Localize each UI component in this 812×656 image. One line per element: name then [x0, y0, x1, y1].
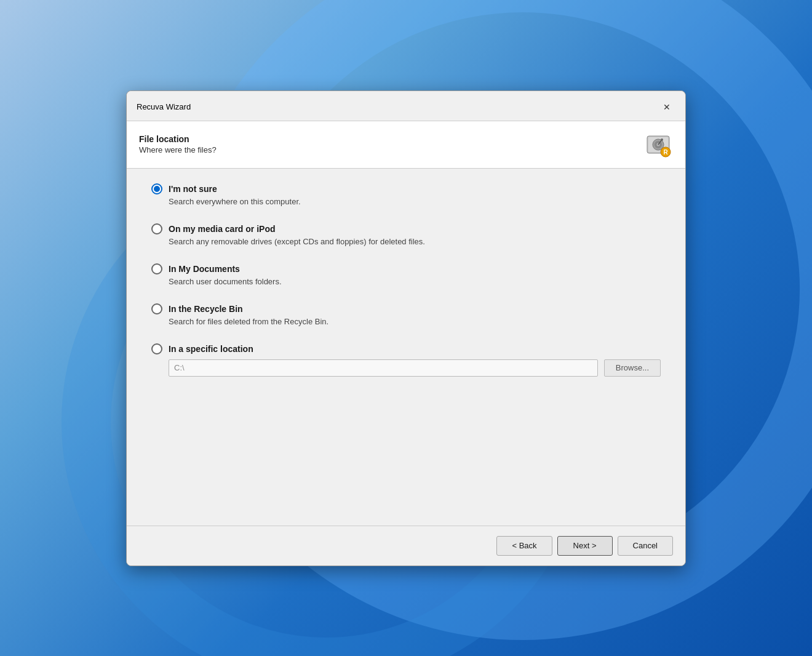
radio-specific-location-input[interactable] — [151, 343, 162, 354]
title-bar: Recuva Wizard ✕ — [127, 91, 685, 121]
radio-not-sure-input[interactable] — [151, 183, 162, 194]
svg-text:R: R — [663, 149, 668, 156]
dialog-footer: < Back Next > Cancel — [127, 526, 685, 566]
option-not-sure: I'm not sure Search everywhere on this c… — [151, 183, 661, 206]
location-input-row: Browse... — [169, 359, 661, 377]
option-my-documents-text: In My Documents — [169, 264, 240, 274]
recuva-icon: R — [643, 130, 673, 159]
radio-my-documents-input[interactable] — [151, 263, 162, 274]
radio-recycle-bin-input[interactable] — [151, 303, 162, 314]
option-media-card-text: On my media card or iPod — [169, 224, 276, 234]
next-button[interactable]: Next > — [557, 536, 613, 556]
option-my-documents-description: Search user documents folders. — [169, 277, 661, 286]
option-my-documents-label[interactable]: In My Documents — [151, 263, 661, 274]
dialog-header: File location Where were the files? R — [127, 121, 685, 169]
header-subtitle: Where were the files? — [139, 145, 217, 154]
radio-group: I'm not sure Search everywhere on this c… — [151, 183, 661, 394]
recuva-wizard-dialog: Recuva Wizard ✕ File location Where were… — [126, 90, 686, 566]
browse-button[interactable]: Browse... — [604, 359, 661, 377]
header-text-container: File location Where were the files? — [139, 134, 217, 154]
option-recycle-bin-label[interactable]: In the Recycle Bin — [151, 303, 661, 314]
back-button[interactable]: < Back — [496, 536, 552, 556]
option-my-documents: In My Documents Search user documents fo… — [151, 263, 661, 286]
option-not-sure-description: Search everywhere on this computer. — [169, 197, 661, 206]
location-path-input[interactable] — [169, 359, 598, 377]
option-media-card-description: Search any removable drives (except CDs … — [169, 237, 661, 246]
option-recycle-bin: In the Recycle Bin Search for files dele… — [151, 303, 661, 326]
option-media-card: On my media card or iPod Search any remo… — [151, 223, 661, 246]
option-recycle-bin-description: Search for files deleted from the Recycl… — [169, 317, 661, 326]
option-not-sure-text: I'm not sure — [169, 184, 217, 194]
svg-point-6 — [661, 138, 663, 141]
close-button[interactable]: ✕ — [658, 98, 675, 116]
cancel-button[interactable]: Cancel — [618, 536, 673, 556]
header-title: File location — [139, 134, 217, 144]
option-not-sure-label[interactable]: I'm not sure — [151, 183, 661, 194]
option-recycle-bin-text: In the Recycle Bin — [169, 304, 243, 314]
option-specific-location: In a specific location Browse... — [151, 343, 661, 377]
window-title: Recuva Wizard — [137, 102, 191, 111]
option-specific-location-label[interactable]: In a specific location — [151, 343, 661, 354]
radio-media-card-input[interactable] — [151, 223, 162, 234]
disk-svg-icon: R — [645, 131, 672, 158]
option-media-card-label[interactable]: On my media card or iPod — [151, 223, 661, 234]
option-specific-location-text: In a specific location — [169, 344, 253, 354]
dialog-content: I'm not sure Search everywhere on this c… — [127, 169, 685, 526]
